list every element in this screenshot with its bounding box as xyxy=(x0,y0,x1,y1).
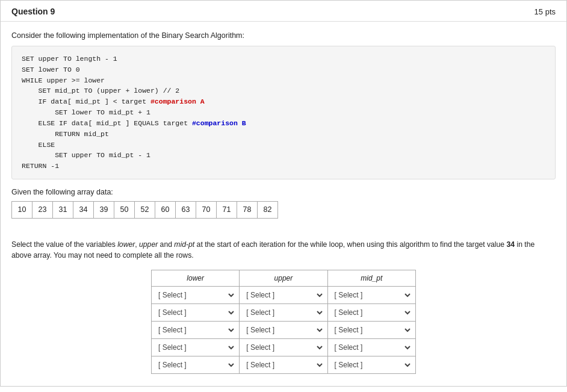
cell-upper-3[interactable]: [ Select ]01234567891011121334 xyxy=(240,338,327,356)
question-points: 15 pts xyxy=(534,7,556,16)
question-title: Question 9 xyxy=(11,7,55,16)
code-line-9: ELSE xyxy=(22,140,545,151)
cell-upper-4[interactable]: [ Select ]01234567891011121334 xyxy=(240,356,327,373)
table-row: [ Select ]01234567891011121334[ Select ]… xyxy=(152,303,416,321)
select-lower-row3[interactable]: [ Select ]01234567891011121334 xyxy=(155,341,236,353)
select-lower-row4[interactable]: [ Select ]01234567891011121334 xyxy=(155,359,236,371)
code-line-2: SET lower TO 0 xyxy=(22,64,545,75)
select-upper-row4[interactable]: [ Select ]01234567891011121334 xyxy=(243,359,324,371)
code-line-6: SET lower TO mid_pt + 1 xyxy=(22,107,545,118)
array-cell: 78 xyxy=(237,201,258,218)
highlight-a: #comparison A xyxy=(150,98,205,105)
select-upper-row3[interactable]: [ Select ]01234567891011121334 xyxy=(243,341,324,353)
table-row: [ Select ]01234567891011121334[ Select ]… xyxy=(152,286,416,303)
cell-lower-1[interactable]: [ Select ]01234567891011121334 xyxy=(152,303,240,321)
code-line-4: SET mid_pt TO (upper + lower) // 2 xyxy=(22,86,545,96)
code-line-7: ELSE IF data[ mid_pt ] EQUALS target #co… xyxy=(22,118,545,129)
select-upper-row0[interactable]: [ Select ]01234567891011121334 xyxy=(243,289,324,301)
select-table-wrapper: lower upper mid_pt [ Select ]01234567891… xyxy=(11,270,556,374)
intro-text: Consider the following implementation of… xyxy=(11,31,556,40)
table-row: [ Select ]01234567891011121334[ Select ]… xyxy=(152,356,416,373)
array-cell: 34 xyxy=(73,201,94,218)
array-cell: 39 xyxy=(94,201,114,218)
header: Question 9 15 pts xyxy=(1,1,566,22)
cell-lower-3[interactable]: [ Select ]01234567891011121334 xyxy=(152,338,240,356)
col-header-lower: lower xyxy=(152,270,240,286)
array-cell: 71 xyxy=(217,201,237,218)
code-line-5: IF data[ mid_pt ] < target #comparison A xyxy=(22,96,545,107)
select-table: lower upper mid_pt [ Select ]01234567891… xyxy=(151,270,416,374)
table-row: [ Select ]01234567891011121334[ Select ]… xyxy=(152,338,416,356)
code-line-1: SET upper TO length - 1 xyxy=(22,54,545,64)
select-lower-row1[interactable]: [ Select ]01234567891011121334 xyxy=(155,306,236,319)
select-mid_pt-row2[interactable]: [ Select ]01234567891011121334 xyxy=(331,324,412,336)
code-line-10: SET upper TO mid_pt - 1 xyxy=(22,150,545,161)
question-text: Select the value of the variables lower,… xyxy=(11,239,556,261)
page-container: Question 9 15 pts Consider the following… xyxy=(0,0,567,387)
cell-mid_pt-2[interactable]: [ Select ]01234567891011121334 xyxy=(327,321,415,338)
array-cell: 63 xyxy=(176,201,196,218)
array-table: 10233134395052606370717882 xyxy=(11,201,278,219)
cell-mid_pt-0[interactable]: [ Select ]01234567891011121334 xyxy=(327,286,415,303)
cell-lower-2[interactable]: [ Select ]01234567891011121334 xyxy=(152,321,240,338)
code-line-11: RETURN -1 xyxy=(22,161,545,172)
table-row: [ Select ]01234567891011121334[ Select ]… xyxy=(152,321,416,338)
cell-lower-4[interactable]: [ Select ]01234567891011121334 xyxy=(152,356,240,373)
select-mid_pt-row1[interactable]: [ Select ]01234567891011121334 xyxy=(331,306,412,319)
cell-lower-0[interactable]: [ Select ]01234567891011121334 xyxy=(152,286,240,303)
cell-mid_pt-1[interactable]: [ Select ]01234567891011121334 xyxy=(327,303,415,321)
code-line-3: WHILE upper >= lower xyxy=(22,75,545,86)
select-mid_pt-row0[interactable]: [ Select ]01234567891011121334 xyxy=(331,289,412,301)
array-cell: 23 xyxy=(33,201,53,218)
cell-upper-1[interactable]: [ Select ]01234567891011121334 xyxy=(240,303,327,321)
array-cell: 70 xyxy=(196,201,217,218)
select-mid_pt-row3[interactable]: [ Select ]01234567891011121334 xyxy=(331,341,412,353)
array-row: 10233134395052606370717882 xyxy=(12,201,278,218)
array-cell: 60 xyxy=(155,201,176,218)
array-cell: 82 xyxy=(258,201,278,218)
cell-mid_pt-3[interactable]: [ Select ]01234567891011121334 xyxy=(327,338,415,356)
cell-mid_pt-4[interactable]: [ Select ]01234567891011121334 xyxy=(327,356,415,373)
select-upper-row1[interactable]: [ Select ]01234567891011121334 xyxy=(243,306,324,319)
select-lower-row2[interactable]: [ Select ]01234567891011121334 xyxy=(155,324,236,336)
code-block: SET upper TO length - 1 SET lower TO 0 W… xyxy=(11,46,556,179)
array-cell: 52 xyxy=(135,201,155,218)
array-cell: 10 xyxy=(12,201,33,218)
highlight-b: #comparison B xyxy=(192,119,246,127)
code-line-8: RETURN mid_pt xyxy=(22,129,545,140)
select-lower-row0[interactable]: [ Select ]01234567891011121334 xyxy=(155,289,236,301)
select-mid_pt-row4[interactable]: [ Select ]01234567891011121334 xyxy=(331,359,412,371)
cursor-area xyxy=(11,227,556,237)
content-area: Consider the following implementation of… xyxy=(1,22,566,386)
col-header-upper: upper xyxy=(240,270,327,286)
select-table-body: [ Select ]01234567891011121334[ Select ]… xyxy=(152,286,416,373)
col-header-mid: mid_pt xyxy=(327,270,415,286)
cell-upper-0[interactable]: [ Select ]01234567891011121334 xyxy=(240,286,327,303)
select-upper-row2[interactable]: [ Select ]01234567891011121334 xyxy=(243,324,324,336)
array-cell: 50 xyxy=(114,201,135,218)
array-label: Given the following array data: xyxy=(11,188,556,196)
array-cell: 31 xyxy=(53,201,73,218)
cell-upper-2[interactable]: [ Select ]01234567891011121334 xyxy=(240,321,327,338)
